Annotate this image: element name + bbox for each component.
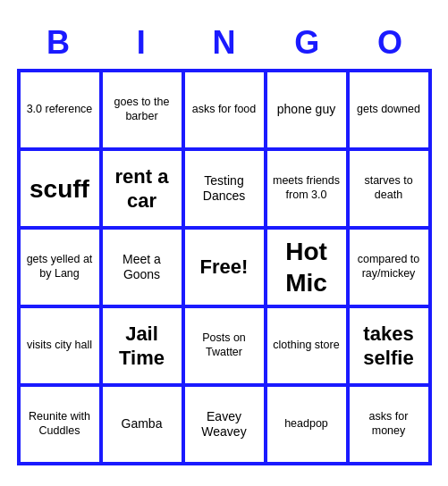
bingo-cell: rent a car <box>101 149 183 228</box>
cell-text: compared to ray/mickey <box>353 253 425 281</box>
cell-text: Gamba <box>122 416 163 432</box>
cell-text: takes selfie <box>353 322 425 371</box>
cell-text: gets downed <box>357 103 420 117</box>
bingo-cell: 3.0 reference <box>19 71 101 149</box>
bingo-cell: Reunite with Cuddles <box>19 385 101 464</box>
cell-text: Testing Dances <box>189 173 260 205</box>
bingo-letter: G <box>266 21 349 65</box>
bingo-cell: compared to ray/mickey <box>348 228 430 306</box>
cell-text: rent a car <box>106 164 178 214</box>
bingo-cell: Meet a Goons <box>101 228 183 306</box>
bingo-letter: N <box>182 21 266 65</box>
bingo-header: BINGO <box>17 21 432 65</box>
cell-text: goes to the barber <box>106 96 178 123</box>
cell-text: Reunite with Cuddles <box>24 410 96 438</box>
bingo-cell: Gamba <box>101 385 183 464</box>
cell-text: gets yelled at by Lang <box>24 253 96 281</box>
cell-text: phone guy <box>277 102 335 118</box>
bingo-cell: takes selfie <box>348 306 430 385</box>
bingo-letter: I <box>99 21 182 65</box>
cell-text: clothing store <box>273 339 339 353</box>
cell-text: Posts on Twatter <box>189 331 260 359</box>
cell-text: Eavey Weavey <box>189 409 260 440</box>
bingo-letter: O <box>349 21 432 65</box>
cell-text: starves to death <box>353 174 425 202</box>
bingo-cell: phone guy <box>266 71 348 149</box>
bingo-cell: visits city hall <box>19 306 101 385</box>
bingo-cell: goes to the barber <box>101 71 183 149</box>
cell-text: Meet a Goons <box>106 252 178 283</box>
bingo-cell: clothing store <box>266 306 348 385</box>
bingo-cell: Hot Mic <box>266 228 348 306</box>
bingo-cell: gets yelled at by Lang <box>19 228 101 306</box>
cell-text: Jail Time <box>106 322 178 371</box>
bingo-cell: Testing Dances <box>183 149 266 228</box>
cell-text: visits city hall <box>27 339 92 353</box>
cell-text: asks for food <box>192 103 257 117</box>
bingo-cell: Jail Time <box>101 306 183 385</box>
bingo-cell: headpop <box>266 385 348 464</box>
bingo-cell: gets downed <box>348 71 430 149</box>
bingo-cell: Posts on Twatter <box>183 306 266 385</box>
cell-text: Free! <box>200 255 249 280</box>
bingo-cell: Free! <box>183 228 266 306</box>
bingo-cell: asks for money <box>348 385 430 464</box>
bingo-cell: meets friends from 3.0 <box>266 149 348 228</box>
bingo-grid: 3.0 referencegoes to the barberasks for … <box>17 69 432 465</box>
cell-text: meets friends from 3.0 <box>271 174 342 202</box>
bingo-cell: Eavey Weavey <box>183 385 266 464</box>
cell-text: scuff <box>30 173 89 205</box>
cell-text: asks for money <box>353 410 425 438</box>
bingo-cell: starves to death <box>348 149 430 228</box>
bingo-cell: scuff <box>19 149 101 228</box>
cell-text: headpop <box>284 417 328 432</box>
cell-text: 3.0 reference <box>27 103 93 117</box>
cell-text: Hot Mic <box>271 236 342 298</box>
bingo-card: BINGO 3.0 referencegoes to the barberask… <box>10 13 439 473</box>
bingo-cell: asks for food <box>183 71 266 149</box>
bingo-letter: B <box>17 21 100 65</box>
